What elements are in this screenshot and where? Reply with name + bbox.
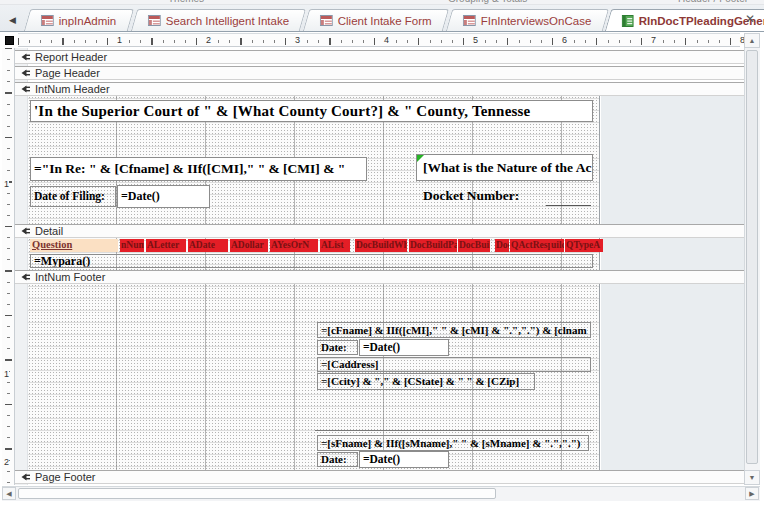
scroll-right-icon[interactable]: ▶ bbox=[745, 487, 759, 500]
section-label: Detail bbox=[35, 225, 63, 237]
scroll-up-icon[interactable]: ▲ bbox=[744, 33, 760, 48]
docket-underline bbox=[546, 205, 591, 206]
section-label: Page Footer bbox=[35, 471, 96, 483]
field-chip[interactable]: nNum bbox=[120, 239, 144, 252]
tab-label: inpInAdmin bbox=[59, 15, 117, 27]
section-bar-intnum-footer[interactable]: IntNum Footer bbox=[15, 270, 744, 284]
in-re-textbox[interactable]: ="In Re: " & [Cfname] & IIf([CMI]," " & … bbox=[30, 157, 367, 181]
ruler-number: 6 bbox=[560, 35, 569, 45]
mypara-textbox[interactable]: =Mypara() bbox=[30, 254, 593, 268]
section-label: Report Header bbox=[35, 51, 107, 63]
date-of-filing-label[interactable]: Date of Filing: bbox=[30, 186, 116, 207]
date-value-1[interactable]: =Date() bbox=[359, 339, 449, 356]
ruler-number: 1 bbox=[115, 35, 124, 45]
section-arrow-icon bbox=[20, 226, 30, 236]
report-icon bbox=[622, 15, 634, 27]
form-icon bbox=[463, 15, 476, 26]
section-label: Page Header bbox=[35, 67, 100, 79]
ribbon-group-themes: Themes bbox=[168, 0, 204, 4]
city-state-zip-textbox[interactable]: =[Ccity] & "," & [CState] & " " & [CZip] bbox=[317, 373, 535, 390]
date-label-1[interactable]: Date: bbox=[317, 340, 358, 355]
ruler-number: 2 bbox=[4, 457, 9, 467]
vertical-scrollbar-thumb[interactable] bbox=[746, 50, 758, 464]
section-label: IntNum Header bbox=[35, 83, 110, 95]
tab-inpinadmin[interactable]: inpInAdmin bbox=[24, 9, 134, 31]
signature-divider-line bbox=[315, 430, 593, 431]
scroll-left-icon[interactable]: ◀ bbox=[2, 487, 16, 500]
section-selector-strip[interactable] bbox=[15, 48, 28, 485]
form-icon bbox=[320, 15, 333, 26]
date-label-2[interactable]: Date: bbox=[317, 452, 358, 467]
ruler-half-ticks bbox=[5, 48, 12, 485]
docket-number-label[interactable]: Docket Number: bbox=[420, 186, 544, 208]
ribbon-group-grouping: Grouping & Totals bbox=[448, 0, 527, 4]
out-of-report-area bbox=[601, 238, 744, 270]
field-chip[interactable]: QTypeA bbox=[565, 239, 603, 252]
section-label: IntNum Footer bbox=[35, 271, 105, 283]
vertical-ruler[interactable]: 112 bbox=[2, 48, 15, 485]
date-value-2[interactable]: =Date() bbox=[359, 451, 449, 468]
ruler-number: 7 bbox=[649, 35, 658, 45]
scroll-down-icon[interactable]: ▼ bbox=[744, 470, 760, 485]
section-arrow-icon bbox=[20, 84, 30, 94]
section-arrow-icon bbox=[20, 472, 30, 482]
ruler-number: 4 bbox=[382, 35, 391, 45]
field-chip[interactable]: ALetter bbox=[146, 239, 186, 252]
field-chip[interactable]: DocBuildWh bbox=[355, 239, 407, 252]
section-bar-intnum-header[interactable]: IntNum Header bbox=[15, 82, 744, 96]
form-icon bbox=[147, 15, 160, 26]
question-label[interactable]: Question bbox=[30, 239, 118, 252]
section-bar-page-header[interactable]: Page Header bbox=[15, 66, 744, 80]
horizontal-ruler[interactable]: 12345678 bbox=[18, 33, 740, 47]
object-tabs: inpInAdmin Search Intelligent Intake Cli… bbox=[27, 8, 764, 31]
object-tab-bar: ◀ inpInAdmin Search Intelligent Intake C… bbox=[0, 5, 764, 32]
ribbon-group-header-footer: Header / Footer bbox=[678, 0, 748, 4]
field-chip[interactable]: ADollar bbox=[230, 239, 268, 252]
ruler-number: 2 bbox=[204, 35, 213, 45]
field-chip[interactable]: uild bbox=[550, 239, 564, 252]
field-chip[interactable]: Doc bbox=[495, 239, 509, 252]
field-chip[interactable]: QActResp bbox=[510, 239, 550, 252]
back-arrow-icon[interactable]: ◀ bbox=[4, 11, 21, 28]
horizontal-scrollbar-thumb[interactable] bbox=[18, 488, 496, 499]
field-chip[interactable]: DocBuildPa bbox=[409, 239, 457, 252]
section-arrow-icon bbox=[20, 52, 30, 62]
tab-label: FInInterviewsOnCase bbox=[481, 15, 592, 27]
tab-client-intake-form[interactable]: Client Intake Form bbox=[303, 9, 449, 31]
ruler-half-ticks bbox=[18, 38, 740, 45]
access-report-design-window: Themes Grouping & Totals Header / Footer… bbox=[0, 0, 764, 506]
section-bar-page-footer[interactable]: Page Footer bbox=[15, 470, 744, 484]
detail-field-row: nNum ALetter ADate ADollar AYesOrN AList… bbox=[120, 239, 603, 252]
section-bar-report-header[interactable]: Report Header bbox=[15, 50, 744, 64]
tab-label: Search Intelligent Intake bbox=[165, 15, 288, 27]
tab-fininterviewsoncase[interactable]: FInInterviewsOnCase bbox=[446, 9, 609, 31]
spouse-name-textbox[interactable]: =[sFname] & IIf([sMname]," " & [sMname] … bbox=[317, 435, 589, 451]
address-textbox[interactable]: =[Caddress] bbox=[317, 357, 591, 372]
close-icon[interactable]: ✕ bbox=[743, 12, 757, 26]
nature-of-action-textbox[interactable]: [What is the Nature of the Ac bbox=[416, 154, 593, 181]
error-indicator-triangle bbox=[417, 155, 424, 162]
ruler-number: 1 bbox=[4, 369, 9, 379]
field-chip[interactable]: AYesOrN bbox=[270, 239, 318, 252]
date-of-filing-value[interactable]: =Date() bbox=[117, 185, 210, 208]
ruler-number: 3 bbox=[293, 35, 302, 45]
ruler-number: 5 bbox=[471, 35, 480, 45]
tab-label: Client Intake Form bbox=[338, 15, 432, 27]
client-name-textbox[interactable]: =[cFname] & IIf([cMI]," " & [cMI] & ".",… bbox=[317, 322, 591, 338]
section-arrow-icon bbox=[20, 68, 30, 78]
form-icon bbox=[41, 15, 54, 26]
section-arrow-icon bbox=[20, 272, 30, 282]
tab-search-intelligent-intake[interactable]: Search Intelligent Intake bbox=[130, 9, 306, 31]
out-of-report-area bbox=[601, 96, 744, 224]
field-chip[interactable]: ADate bbox=[188, 239, 228, 252]
out-of-report-area bbox=[601, 284, 744, 470]
nature-text: [What is the Nature of the Ac bbox=[423, 160, 591, 175]
ruler-number: 1 bbox=[4, 179, 9, 189]
title-textbox[interactable]: 'In the Superior Court of " & [What Coun… bbox=[30, 100, 593, 122]
field-chip[interactable]: DocBuild bbox=[458, 239, 490, 252]
report-selector-square[interactable] bbox=[5, 36, 14, 45]
section-bar-detail[interactable]: Detail bbox=[15, 224, 744, 238]
tab-rindoctpleadinggeneric-active[interactable]: RInDocTPleadingGeneric bbox=[605, 9, 764, 31]
field-chip[interactable]: AList bbox=[320, 239, 350, 252]
